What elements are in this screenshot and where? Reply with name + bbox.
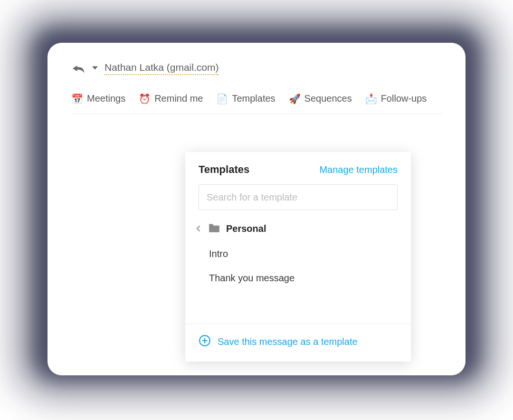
template-folder-row[interactable]: Personal (185, 220, 411, 242)
recipient-chip[interactable]: Nathan Latka (gmail.com) (104, 62, 218, 75)
manage-templates-link[interactable]: Manage templates (319, 164, 398, 175)
toolbar-templates-label: Templates (232, 93, 275, 104)
recipient-row: Nathan Latka (gmail.com) (71, 62, 442, 75)
toolbar-remind[interactable]: ⏰ Remind me (139, 93, 203, 104)
chevron-left-icon (196, 223, 202, 234)
calendar-icon: 📅 (71, 94, 83, 104)
compose-window: Nathan Latka (gmail.com) 📅 Meetings ⏰ Re… (48, 43, 466, 375)
toolbar-meetings[interactable]: 📅 Meetings (71, 93, 125, 104)
toolbar-templates[interactable]: 📄 Templates (216, 93, 275, 104)
reply-mode-caret-icon[interactable] (92, 64, 98, 73)
template-folder-name: Personal (226, 223, 266, 234)
template-item[interactable]: Thank you message (209, 266, 398, 290)
toolbar-remind-label: Remind me (154, 93, 203, 104)
save-as-template-button[interactable]: Save this message as a template (185, 324, 411, 362)
toolbar-sequences-label: Sequences (304, 93, 352, 104)
templates-dropdown: Templates Manage templates Personal Intr… (185, 152, 411, 362)
toolbar-followups-label: Follow-ups (381, 93, 427, 104)
template-search-input[interactable] (199, 184, 398, 210)
folder-icon (208, 222, 220, 235)
document-icon: 📄 (216, 94, 228, 104)
save-as-template-label: Save this message as a template (218, 336, 358, 347)
alarm-icon: ⏰ (139, 94, 151, 104)
template-list: Intro Thank you message (185, 242, 411, 324)
templates-dropdown-title: Templates (199, 163, 249, 176)
template-item[interactable]: Intro (209, 242, 398, 266)
toolbar-followups[interactable]: 📩 Follow-ups (365, 93, 427, 104)
envelope-icon: 📩 (365, 94, 377, 104)
reply-icon[interactable] (71, 63, 86, 74)
rocket-icon: 🚀 (289, 94, 301, 104)
toolbar-sequences[interactable]: 🚀 Sequences (289, 93, 352, 104)
plus-circle-icon (199, 334, 211, 349)
compose-toolbar: 📅 Meetings ⏰ Remind me 📄 Templates 🚀 Seq… (71, 88, 442, 114)
template-search-wrap (185, 184, 411, 220)
toolbar-meetings-label: Meetings (87, 93, 125, 104)
templates-dropdown-header: Templates Manage templates (185, 163, 411, 184)
